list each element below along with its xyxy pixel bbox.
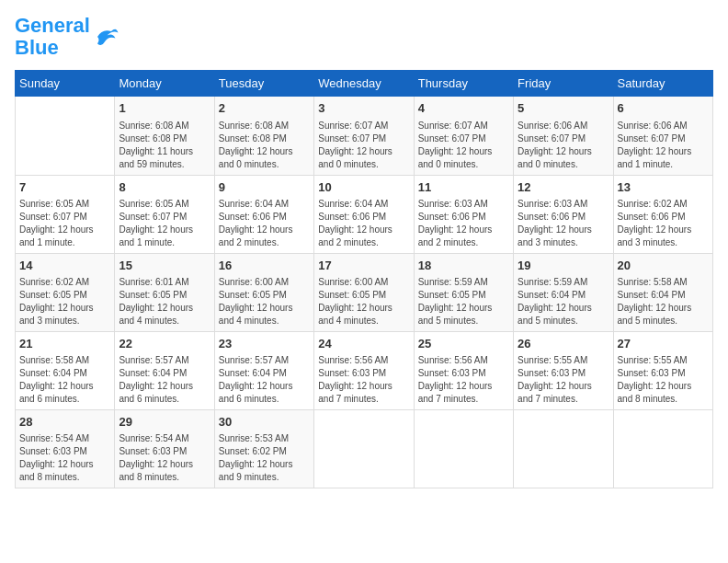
- calendar-cell: 19Sunrise: 5:59 AM Sunset: 6:04 PM Dayli…: [514, 253, 613, 331]
- day-number: 1: [119, 100, 210, 117]
- calendar-cell: 4Sunrise: 6:07 AM Sunset: 6:07 PM Daylig…: [414, 97, 513, 175]
- day-number: 19: [518, 258, 609, 274]
- calendar-cell: [514, 410, 613, 488]
- day-number: 25: [418, 336, 509, 352]
- calendar-cell: 18Sunrise: 5:59 AM Sunset: 6:05 PM Dayli…: [414, 253, 513, 331]
- day-number: 21: [19, 336, 110, 352]
- calendar-cell: 27Sunrise: 5:55 AM Sunset: 6:03 PM Dayli…: [613, 331, 712, 409]
- day-info: Sunrise: 6:06 AM Sunset: 6:07 PM Dayligh…: [618, 120, 709, 171]
- logo-text: GeneralBlue: [15, 15, 90, 59]
- calendar-cell: 29Sunrise: 5:54 AM Sunset: 6:03 PM Dayli…: [115, 410, 214, 488]
- calendar-week-row: 28Sunrise: 5:54 AM Sunset: 6:03 PM Dayli…: [16, 410, 713, 488]
- calendar-cell: 9Sunrise: 6:04 AM Sunset: 6:06 PM Daylig…: [214, 175, 313, 253]
- calendar-cell: 15Sunrise: 6:01 AM Sunset: 6:05 PM Dayli…: [115, 253, 214, 331]
- calendar-cell: 21Sunrise: 5:58 AM Sunset: 6:04 PM Dayli…: [16, 331, 115, 409]
- day-number: 3: [318, 100, 409, 117]
- calendar-cell: [16, 97, 115, 175]
- calendar-week-row: 1Sunrise: 6:08 AM Sunset: 6:08 PM Daylig…: [16, 97, 713, 175]
- day-info: Sunrise: 5:56 AM Sunset: 6:03 PM Dayligh…: [318, 354, 409, 406]
- day-info: Sunrise: 5:58 AM Sunset: 6:04 PM Dayligh…: [618, 276, 709, 327]
- calendar-cell: 8Sunrise: 6:05 AM Sunset: 6:07 PM Daylig…: [115, 175, 214, 253]
- day-info: Sunrise: 5:54 AM Sunset: 6:03 PM Dayligh…: [19, 432, 110, 484]
- calendar-table: SundayMondayTuesdayWednesdayThursdayFrid…: [15, 70, 713, 488]
- day-number: 22: [119, 336, 210, 352]
- calendar-cell: 16Sunrise: 6:00 AM Sunset: 6:05 PM Dayli…: [214, 253, 313, 331]
- calendar-cell: 3Sunrise: 6:07 AM Sunset: 6:07 PM Daylig…: [314, 97, 414, 175]
- day-number: 26: [518, 336, 609, 352]
- day-info: Sunrise: 6:04 AM Sunset: 6:06 PM Dayligh…: [219, 198, 310, 249]
- day-info: Sunrise: 5:56 AM Sunset: 6:03 PM Dayligh…: [418, 354, 509, 406]
- calendar-cell: 20Sunrise: 5:58 AM Sunset: 6:04 PM Dayli…: [613, 253, 712, 331]
- col-header-wednesday: Wednesday: [314, 71, 414, 97]
- day-info: Sunrise: 6:03 AM Sunset: 6:06 PM Dayligh…: [418, 198, 509, 249]
- day-number: 27: [618, 336, 709, 352]
- day-number: 20: [618, 258, 709, 274]
- day-info: Sunrise: 6:02 AM Sunset: 6:06 PM Dayligh…: [618, 198, 709, 249]
- calendar-cell: 17Sunrise: 6:00 AM Sunset: 6:05 PM Dayli…: [314, 253, 414, 331]
- day-number: 24: [318, 336, 409, 352]
- day-info: Sunrise: 5:57 AM Sunset: 6:04 PM Dayligh…: [119, 354, 210, 406]
- day-number: 29: [119, 414, 210, 431]
- day-info: Sunrise: 6:08 AM Sunset: 6:08 PM Dayligh…: [119, 120, 210, 171]
- col-header-monday: Monday: [115, 71, 214, 97]
- day-number: 13: [618, 179, 709, 196]
- day-info: Sunrise: 5:55 AM Sunset: 6:03 PM Dayligh…: [518, 354, 609, 406]
- logo-bird-icon: [92, 23, 119, 51]
- calendar-week-row: 21Sunrise: 5:58 AM Sunset: 6:04 PM Dayli…: [16, 331, 713, 409]
- day-info: Sunrise: 5:53 AM Sunset: 6:02 PM Dayligh…: [219, 432, 310, 484]
- day-number: 15: [119, 258, 210, 274]
- day-info: Sunrise: 6:02 AM Sunset: 6:05 PM Dayligh…: [19, 276, 110, 327]
- calendar-cell: 5Sunrise: 6:06 AM Sunset: 6:07 PM Daylig…: [514, 97, 613, 175]
- day-number: 14: [19, 258, 110, 274]
- calendar-cell: 7Sunrise: 6:05 AM Sunset: 6:07 PM Daylig…: [16, 175, 115, 253]
- day-info: Sunrise: 6:01 AM Sunset: 6:05 PM Dayligh…: [119, 276, 210, 327]
- day-info: Sunrise: 6:06 AM Sunset: 6:07 PM Dayligh…: [518, 120, 609, 171]
- day-number: 9: [219, 179, 310, 196]
- col-header-sunday: Sunday: [16, 71, 115, 97]
- day-number: 16: [219, 258, 310, 274]
- day-number: 12: [518, 179, 609, 196]
- day-info: Sunrise: 6:08 AM Sunset: 6:08 PM Dayligh…: [219, 120, 310, 171]
- day-info: Sunrise: 6:00 AM Sunset: 6:05 PM Dayligh…: [318, 276, 409, 327]
- day-info: Sunrise: 5:58 AM Sunset: 6:04 PM Dayligh…: [19, 354, 110, 406]
- calendar-cell: 24Sunrise: 5:56 AM Sunset: 6:03 PM Dayli…: [314, 331, 414, 409]
- day-number: 6: [618, 100, 709, 117]
- day-number: 2: [219, 100, 310, 117]
- day-number: 17: [318, 258, 409, 274]
- calendar-cell: [314, 410, 414, 488]
- col-header-tuesday: Tuesday: [214, 71, 313, 97]
- calendar-cell: 30Sunrise: 5:53 AM Sunset: 6:02 PM Dayli…: [214, 410, 313, 488]
- calendar-cell: 10Sunrise: 6:04 AM Sunset: 6:06 PM Dayli…: [314, 175, 414, 253]
- calendar-cell: 1Sunrise: 6:08 AM Sunset: 6:08 PM Daylig…: [115, 97, 214, 175]
- calendar-cell: 28Sunrise: 5:54 AM Sunset: 6:03 PM Dayli…: [16, 410, 115, 488]
- calendar-cell: 22Sunrise: 5:57 AM Sunset: 6:04 PM Dayli…: [115, 331, 214, 409]
- calendar-cell: 13Sunrise: 6:02 AM Sunset: 6:06 PM Dayli…: [613, 175, 712, 253]
- calendar-cell: 25Sunrise: 5:56 AM Sunset: 6:03 PM Dayli…: [414, 331, 513, 409]
- calendar-cell: 23Sunrise: 5:57 AM Sunset: 6:04 PM Dayli…: [214, 331, 313, 409]
- day-info: Sunrise: 5:57 AM Sunset: 6:04 PM Dayligh…: [219, 354, 310, 406]
- day-info: Sunrise: 6:07 AM Sunset: 6:07 PM Dayligh…: [318, 120, 409, 171]
- day-info: Sunrise: 6:05 AM Sunset: 6:07 PM Dayligh…: [119, 198, 210, 249]
- day-info: Sunrise: 6:05 AM Sunset: 6:07 PM Dayligh…: [19, 198, 110, 249]
- day-number: 11: [418, 179, 509, 196]
- col-header-saturday: Saturday: [613, 71, 712, 97]
- calendar-week-row: 14Sunrise: 6:02 AM Sunset: 6:05 PM Dayli…: [16, 253, 713, 331]
- day-info: Sunrise: 6:03 AM Sunset: 6:06 PM Dayligh…: [518, 198, 609, 249]
- calendar-cell: 11Sunrise: 6:03 AM Sunset: 6:06 PM Dayli…: [414, 175, 513, 253]
- day-info: Sunrise: 5:59 AM Sunset: 6:05 PM Dayligh…: [418, 276, 509, 327]
- day-info: Sunrise: 6:00 AM Sunset: 6:05 PM Dayligh…: [219, 276, 310, 327]
- day-info: Sunrise: 5:59 AM Sunset: 6:04 PM Dayligh…: [518, 276, 609, 327]
- calendar-cell: 26Sunrise: 5:55 AM Sunset: 6:03 PM Dayli…: [514, 331, 613, 409]
- day-number: 23: [219, 336, 310, 352]
- page-header: GeneralBlue: [15, 15, 713, 59]
- calendar-cell: 6Sunrise: 6:06 AM Sunset: 6:07 PM Daylig…: [613, 97, 712, 175]
- calendar-week-row: 7Sunrise: 6:05 AM Sunset: 6:07 PM Daylig…: [16, 175, 713, 253]
- day-number: 18: [418, 258, 509, 274]
- day-info: Sunrise: 6:04 AM Sunset: 6:06 PM Dayligh…: [318, 198, 409, 249]
- col-header-thursday: Thursday: [414, 71, 513, 97]
- day-info: Sunrise: 6:07 AM Sunset: 6:07 PM Dayligh…: [418, 120, 509, 171]
- day-number: 10: [318, 179, 409, 196]
- day-number: 5: [518, 100, 609, 117]
- col-header-friday: Friday: [514, 71, 613, 97]
- day-info: Sunrise: 5:54 AM Sunset: 6:03 PM Dayligh…: [119, 432, 210, 484]
